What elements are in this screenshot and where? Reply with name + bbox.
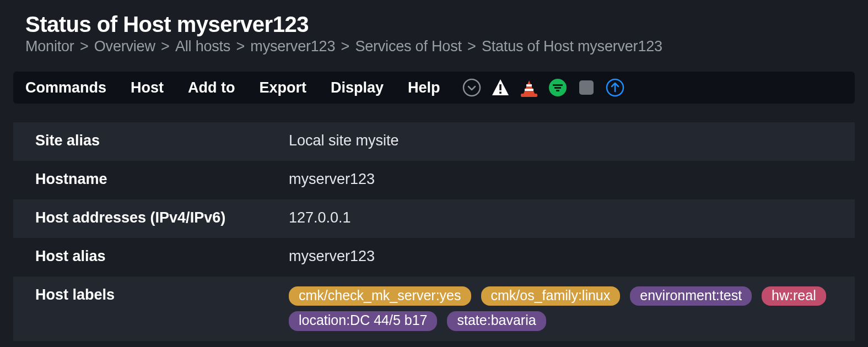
- value-host-labels: cmk/check_mk_server:yescmk/os_family:lin…: [289, 286, 855, 331]
- details-panel: Site alias Local site mysite Hostname my…: [13, 122, 855, 341]
- breadcrumb-separator: >: [230, 38, 250, 55]
- label-hostname: Hostname: [35, 171, 289, 188]
- add-to-menu[interactable]: Add to: [188, 79, 235, 96]
- svg-rect-8: [579, 80, 594, 95]
- traffic-cone-icon[interactable]: [520, 78, 538, 97]
- svg-rect-6: [554, 87, 561, 89]
- host-label-tag[interactable]: hw:real: [762, 286, 826, 306]
- value-host-addresses: 127.0.0.1: [289, 209, 351, 226]
- breadcrumb-separator: >: [155, 38, 175, 55]
- svg-rect-2: [499, 84, 502, 90]
- filter-circle-icon[interactable]: [548, 78, 567, 97]
- breadcrumb-separator: >: [462, 38, 482, 55]
- host-label-tag[interactable]: cmk/os_family:linux: [481, 286, 621, 306]
- host-label-tag[interactable]: location:DC 44/5 b17: [289, 311, 437, 330]
- label-host-alias: Host alias: [35, 248, 289, 265]
- row-host-addresses: Host addresses (IPv4/IPv6) 127.0.0.1: [13, 199, 855, 238]
- value-host-alias: myserver123: [289, 248, 375, 265]
- warning-triangle-icon[interactable]: [491, 78, 510, 97]
- row-hostname: Hostname myserver123: [13, 161, 855, 199]
- stop-square-icon[interactable]: [577, 78, 596, 97]
- breadcrumb-item[interactable]: myserver123: [250, 38, 335, 55]
- breadcrumb-item: Status of Host myserver123: [482, 38, 662, 55]
- breadcrumb: Monitor > Overview > All hosts > myserve…: [25, 38, 868, 55]
- export-menu[interactable]: Export: [260, 79, 307, 96]
- arrow-up-circle-icon[interactable]: [606, 78, 624, 97]
- commands-menu[interactable]: Commands: [25, 79, 106, 96]
- breadcrumb-item[interactable]: All hosts: [175, 38, 230, 55]
- row-host-alias: Host alias myserver123: [13, 238, 855, 276]
- value-hostname: myserver123: [289, 171, 375, 188]
- breadcrumb-separator: >: [74, 38, 94, 55]
- label-host-addresses: Host addresses (IPv4/IPv6): [35, 209, 289, 226]
- svg-point-0: [463, 79, 480, 96]
- svg-rect-3: [499, 92, 502, 94]
- label-host-labels: Host labels: [35, 286, 289, 303]
- breadcrumb-item[interactable]: Services of Host: [355, 38, 461, 55]
- row-host-labels: Host labels cmk/check_mk_server:yescmk/o…: [13, 276, 855, 341]
- value-site-alias: Local site mysite: [289, 132, 399, 149]
- host-menu[interactable]: Host: [131, 79, 164, 96]
- chevron-down-circle-icon[interactable]: [462, 78, 481, 97]
- help-menu[interactable]: Help: [408, 79, 440, 96]
- host-label-tag[interactable]: environment:test: [630, 286, 752, 306]
- toolbar: Commands Host Add to Export Display Help: [13, 72, 855, 104]
- svg-rect-7: [556, 90, 559, 91]
- label-site-alias: Site alias: [35, 132, 289, 149]
- display-menu[interactable]: Display: [331, 79, 384, 96]
- host-label-tag[interactable]: cmk/check_mk_server:yes: [289, 286, 471, 306]
- row-site-alias: Site alias Local site mysite: [13, 122, 855, 161]
- svg-rect-5: [553, 84, 563, 86]
- breadcrumb-item[interactable]: Overview: [94, 38, 155, 55]
- breadcrumb-separator: >: [335, 38, 355, 55]
- breadcrumb-item[interactable]: Monitor: [25, 38, 74, 55]
- page-title: Status of Host myserver123: [25, 12, 868, 37]
- host-label-tag[interactable]: state:bavaria: [447, 311, 546, 330]
